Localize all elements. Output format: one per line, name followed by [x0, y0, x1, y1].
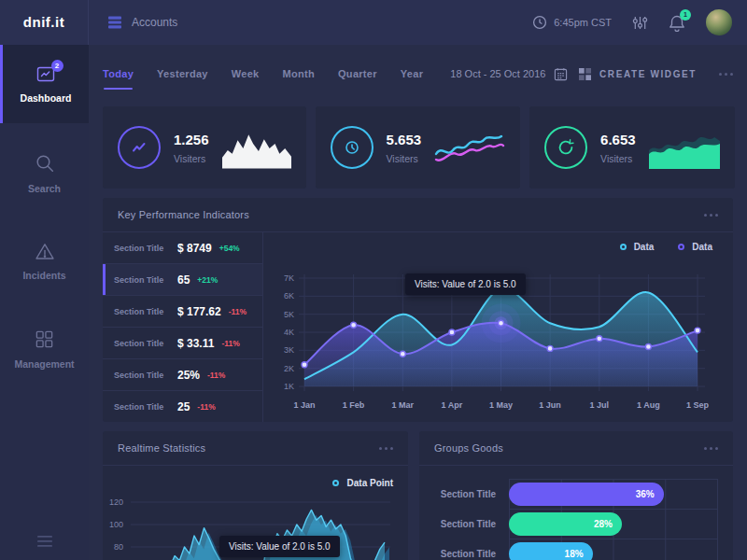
tab-week[interactable]: Week	[232, 61, 260, 87]
legend-item-data-purple[interactable]: Data	[678, 242, 712, 252]
svg-text:3K: 3K	[284, 345, 294, 355]
tab-quarter[interactable]: Quarter	[338, 61, 377, 87]
incidents-icon	[35, 242, 55, 260]
kpi-delta: -11%	[197, 402, 215, 412]
svg-text:1 Apr: 1 Apr	[442, 400, 463, 410]
avatar[interactable]	[706, 9, 732, 35]
topbar-section-label[interactable]: Accounts	[132, 16, 177, 29]
svg-text:1K: 1K	[284, 382, 294, 391]
svg-text:1 Aug: 1 Aug	[637, 400, 660, 410]
kpi-row-active[interactable]: Section Title 65 +21%	[103, 264, 262, 296]
svg-text:1 Sep: 1 Sep	[686, 400, 710, 410]
kpi-panel: Key Performance Indicators Section Title…	[103, 198, 733, 422]
svg-text:2K: 2K	[284, 364, 294, 373]
svg-text:7K: 7K	[284, 273, 294, 283]
svg-text:4K: 4K	[284, 328, 294, 337]
sidebar: 2 Dashboard Search Incidents Management	[0, 45, 89, 560]
stat-value: 5.653	[387, 132, 422, 147]
svg-text:6K: 6K	[284, 291, 294, 301]
bar-row: Section Title 28%	[419, 509, 718, 539]
kpi-delta: -11%	[229, 307, 247, 316]
legend-marker-icon	[332, 480, 339, 486]
kpi-row[interactable]: Section Title 25 -11%	[103, 391, 262, 422]
sidebar-item-dashboard[interactable]: 2 Dashboard	[0, 45, 89, 123]
sidebar-collapse-icon[interactable]	[0, 536, 89, 547]
svg-text:1 Feb: 1 Feb	[343, 400, 365, 410]
progress-bar[interactable]: 18%	[509, 542, 593, 560]
sidebar-item-search[interactable]: Search	[0, 136, 89, 211]
kpi-row[interactable]: Section Title $ 177.62 -11%	[103, 296, 262, 328]
groups-menu-icon[interactable]	[704, 447, 718, 450]
kpi-delta: +54%	[219, 244, 240, 253]
chart-tooltip: Visits: Value of 2.0 is 5.0	[219, 536, 340, 557]
svg-text:100: 100	[109, 520, 123, 529]
kpi-delta: -11%	[221, 339, 239, 348]
stat-label: Visiters	[174, 153, 209, 164]
create-widget-button[interactable]: CREATE WIDGET	[579, 68, 697, 80]
kpi-row[interactable]: Section Title 25% -11%	[103, 359, 262, 391]
dashboard-icon: 2	[36, 65, 56, 83]
kpi-chart-legend: Data Data	[620, 242, 712, 252]
realtime-menu-icon[interactable]	[379, 447, 393, 450]
progress-bar[interactable]: 36%	[509, 483, 664, 506]
search-icon	[35, 153, 55, 174]
kpi-delta: -11%	[207, 371, 225, 380]
stat-label: Visiters	[600, 153, 636, 164]
progress-bar[interactable]: 28%	[509, 512, 622, 536]
dashboard-badge: 2	[51, 60, 63, 72]
legend-marker-icon	[620, 244, 627, 250]
groups-panel-title: Groups Goods	[434, 442, 503, 454]
chart-tooltip: Visits: Value of 2.0 is 5.0	[405, 273, 526, 295]
kpi-metric-list: Section Title $ 8749 +54% Section Title …	[103, 232, 263, 422]
stat-label: Visiters	[387, 153, 422, 164]
time-filter-toolbar: Today Yesterday Week Month Quarter Year …	[103, 45, 733, 103]
toolbar-menu-icon[interactable]	[719, 73, 733, 76]
filters-icon[interactable]	[632, 15, 648, 31]
time-display: 6:45pm CST	[532, 15, 612, 30]
stat-cards-row: 1.256 Visiters 5.653 Visiters	[103, 106, 733, 189]
stat-value: 1.256	[174, 132, 209, 147]
stat-card-visitors-3[interactable]: 6.653 Visiters	[529, 106, 735, 189]
kpi-panel-title: Key Performance Indicators	[118, 209, 249, 220]
kpi-chart-area: Data Data Visits: Value of 2.0 is 5.0	[263, 232, 733, 422]
sidebar-item-incidents[interactable]: Incidents	[0, 224, 89, 299]
kpi-menu-icon[interactable]	[704, 214, 718, 217]
stat-card-visitors-1[interactable]: 1.256 Visiters	[103, 106, 306, 189]
legend-marker-icon	[678, 244, 684, 250]
notification-badge: 1	[680, 9, 691, 21]
clock-icon	[532, 15, 547, 30]
tab-year[interactable]: Year	[401, 61, 423, 87]
svg-text:1 Jan: 1 Jan	[293, 400, 315, 410]
svg-text:1 Jun: 1 Jun	[539, 400, 561, 410]
svg-text:120: 120	[109, 497, 123, 507]
management-icon	[35, 329, 54, 349]
realtime-panel: Realtime Statistics Data Point 12010080 …	[103, 431, 408, 560]
realtime-panel-title: Realtime Statistics	[118, 442, 205, 454]
groups-bar-chart: Section Title 36% Section Title 28% Sect…	[419, 479, 718, 560]
trend-icon	[118, 126, 161, 169]
calendar-icon	[554, 67, 568, 81]
tab-yesterday[interactable]: Yesterday	[157, 61, 208, 87]
stat-card-visitors-2[interactable]: 5.653 Visiters	[316, 106, 521, 189]
kpi-row[interactable]: Section Title $ 33.11 -11%	[103, 328, 262, 359]
mini-line-chart	[434, 126, 505, 169]
groups-goods-panel: Groups Goods Section Title 36% Section T…	[419, 431, 733, 560]
main-content: Today Yesterday Week Month Quarter Year …	[89, 45, 747, 560]
notifications-bell-icon[interactable]: 1	[669, 14, 685, 32]
tab-month[interactable]: Month	[283, 61, 315, 87]
tab-today[interactable]: Today	[103, 61, 134, 87]
realtime-legend: Data Point	[103, 466, 408, 490]
clock-icon	[331, 126, 374, 169]
app-logo[interactable]: dnif.it	[0, 0, 89, 45]
bar-row: Section Title 36%	[419, 479, 718, 509]
bar-row: Section Title 18%	[419, 539, 718, 560]
legend-item-data-cyan[interactable]: Data	[620, 242, 655, 252]
mini-area-chart-green	[649, 126, 720, 169]
topbar: dnif.it Accounts 6:45pm CST 1	[0, 0, 747, 45]
svg-text:5K: 5K	[284, 310, 294, 319]
date-range-picker[interactable]: 18 Oct - 25 Oct 2016	[450, 67, 568, 81]
mini-area-chart-white	[222, 126, 291, 169]
kpi-row[interactable]: Section Title $ 8749 +54%	[103, 232, 262, 264]
svg-text:80: 80	[114, 542, 123, 552]
sidebar-item-management[interactable]: Management	[0, 312, 89, 386]
